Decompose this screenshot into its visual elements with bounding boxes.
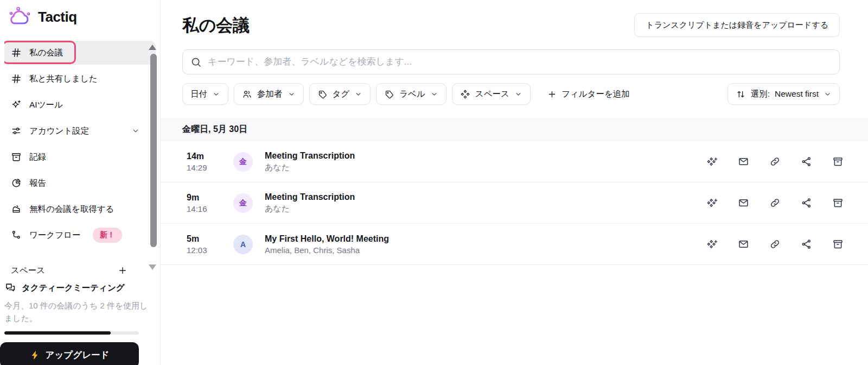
sidebar-item-label: 私の会議: [29, 47, 63, 59]
archive-box-icon: [11, 152, 22, 162]
meeting-time: 14:16: [187, 204, 221, 213]
share-button[interactable]: [801, 156, 812, 167]
filter-tags-button[interactable]: タグ: [309, 83, 371, 105]
sidebar-item-my-meetings[interactable]: 私の会議: [4, 41, 156, 65]
people-icon: [242, 89, 252, 99]
sort-label: 選別:: [751, 89, 770, 100]
copy-link-button[interactable]: [769, 197, 781, 209]
avatar: 金: [233, 193, 253, 213]
sparkles-icon: [11, 99, 22, 110]
envelope-icon: [738, 156, 749, 167]
sidebar-item-workflows[interactable]: ワークフロー 新！: [4, 223, 156, 247]
scrollbar-thumb[interactable]: [150, 54, 157, 247]
link-icon: [769, 238, 781, 250]
archive-button[interactable]: [832, 197, 844, 209]
upgrade-button[interactable]: アップグレード: [0, 342, 139, 365]
copy-link-button[interactable]: [769, 156, 781, 167]
sidebar-item-label: AIツール: [29, 99, 63, 111]
space-plus-icon: [706, 156, 718, 167]
sort-arrows-icon: [736, 89, 746, 99]
new-badge: 新！: [93, 228, 122, 243]
scrollbar-down-arrow[interactable]: [149, 265, 156, 270]
meeting-row[interactable]: 9m 14:16 金 Meeting Transcription あなた: [161, 182, 868, 224]
meeting-title: Meeting Transcription: [265, 192, 355, 202]
sliders-icon: [11, 125, 22, 136]
meeting-participants: Amelia, Ben, Chris, Sasha: [265, 246, 389, 255]
sidebar-item-spaces[interactable]: スペース: [4, 259, 156, 274]
archive-button[interactable]: [832, 238, 844, 250]
filter-labels-button[interactable]: ラベル: [376, 83, 446, 105]
meeting-time: 14:29: [187, 163, 221, 172]
meeting-row[interactable]: 5m 12:03 A My First Hello, World! Meetin…: [161, 224, 868, 265]
sidebar-item-account-settings[interactable]: アカウント設定: [4, 119, 156, 143]
share-icon: [801, 197, 812, 209]
archive-button[interactable]: [832, 156, 844, 167]
sidebar-item-label: 記録: [29, 152, 46, 163]
add-to-space-button[interactable]: [706, 197, 718, 209]
search-bar: [182, 49, 840, 74]
chevron-down-icon: [514, 90, 522, 98]
filter-label: スペース: [475, 89, 509, 100]
link-icon: [769, 197, 781, 209]
copy-link-button[interactable]: [769, 238, 781, 250]
email-button[interactable]: [738, 156, 749, 167]
sidebar-item-label: 無料の会議を取得する: [29, 204, 114, 215]
sort-value: Newest first: [775, 89, 819, 99]
filter-label: 日付: [190, 89, 207, 100]
workflow-icon: [11, 230, 22, 241]
sort-button[interactable]: 選別: Newest first: [727, 83, 840, 105]
meeting-list: 金曜日, 5月 30日 14m 14:29 金 Meeting Transcri…: [161, 118, 868, 265]
row-actions: [706, 197, 844, 209]
filter-label: 参加者: [257, 89, 283, 100]
upload-transcript-button[interactable]: トランスクリプトまたは録音をアップロードする: [634, 13, 840, 37]
space-plus-icon: [706, 197, 718, 209]
meeting-duration: 9m 14:16: [187, 193, 221, 213]
add-filter-button[interactable]: フィルターを追加: [547, 89, 630, 100]
usage-panel: タクティークミーティング 今月、10 件の会議のうち 2 件を使用しました。 ア…: [0, 275, 159, 365]
sidebar-item-label: アカウント設定: [29, 125, 89, 137]
spaces-diamonds-icon: [460, 89, 470, 99]
tag-icon: [317, 89, 328, 99]
add-space-plus-icon[interactable]: [118, 266, 127, 274]
tactiq-cloud-logo-icon: [8, 7, 33, 27]
main-content: 私の会議 トランスクリプトまたは録音をアップロードする 日付 参加者 タグ ラベ…: [161, 0, 868, 365]
share-icon: [801, 238, 812, 250]
meeting-row[interactable]: 14m 14:29 金 Meeting Transcription あなた: [161, 141, 868, 182]
sidebar-item-label: 報告: [29, 178, 46, 189]
envelope-icon: [738, 197, 749, 209]
sidebar-item-get-free-meetings[interactable]: 無料の会議を取得する: [4, 197, 156, 221]
sidebar-item-reports[interactable]: 報告: [4, 171, 156, 195]
sidebar-item-shared-with-me[interactable]: 私と共有しました: [4, 67, 156, 91]
meeting-title: Meeting Transcription: [265, 151, 355, 161]
avatar: 金: [233, 152, 253, 172]
sidebar-item-ai-tools[interactable]: AIツール: [4, 93, 156, 117]
meeting-duration: 14m 14:29: [187, 152, 221, 172]
scrollbar-up-arrow[interactable]: [149, 45, 156, 50]
app-logo[interactable]: Tactiq: [0, 0, 160, 34]
add-to-space-button[interactable]: [706, 238, 718, 250]
email-button[interactable]: [738, 197, 749, 209]
filter-spaces-button[interactable]: スペース: [452, 83, 531, 105]
row-actions: [706, 156, 844, 167]
chevron-down-icon: [430, 90, 438, 98]
filter-label: ラベル: [399, 89, 425, 100]
usage-title: タクティークミーティング: [22, 282, 125, 294]
chevron-down-icon: [354, 90, 362, 98]
hash-icon: [11, 47, 22, 58]
sidebar: Tactiq 私の会議 私と共有しました AIツール アカウント設定 記録 報告: [0, 0, 161, 365]
usage-progress-fill: [4, 331, 111, 335]
email-button[interactable]: [738, 238, 749, 250]
chevron-down-icon: [288, 90, 296, 98]
chevron-down-icon: [212, 90, 220, 98]
sidebar-item-records[interactable]: 記録: [4, 145, 156, 169]
hash-icon: [11, 73, 22, 84]
search-input[interactable]: [208, 56, 832, 67]
meeting-duration: 5m 12:03: [187, 234, 221, 255]
share-button[interactable]: [801, 238, 812, 250]
sidebar-nav: 私の会議 私と共有しました AIツール アカウント設定 記録 報告 無料の会議を…: [4, 41, 156, 274]
share-button[interactable]: [801, 197, 812, 209]
filter-date-button[interactable]: 日付: [182, 83, 228, 105]
filter-participants-button[interactable]: 参加者: [234, 83, 304, 105]
add-to-space-button[interactable]: [706, 156, 718, 167]
usage-progress-bar: [4, 331, 139, 335]
